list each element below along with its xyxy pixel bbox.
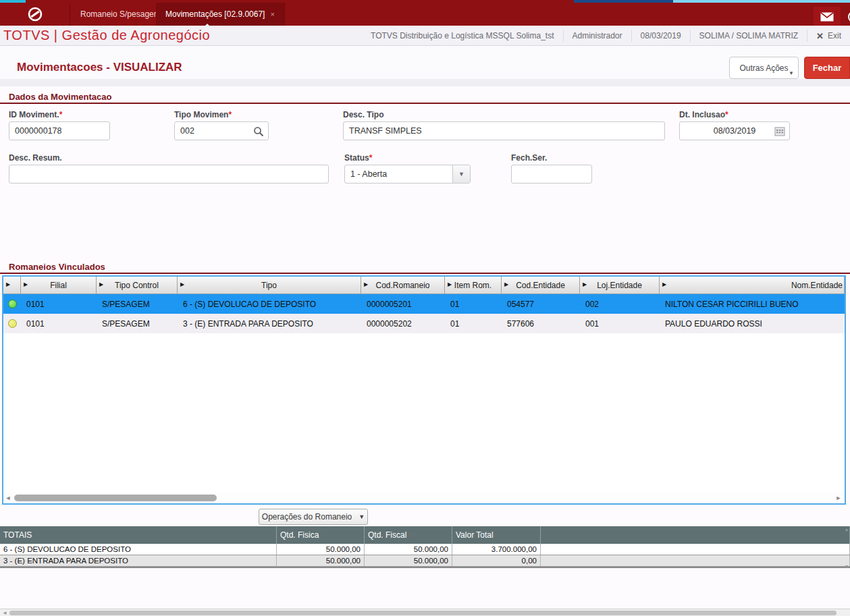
status-dropdown-button[interactable]: ▼ xyxy=(452,165,470,183)
operations-romaneio-button[interactable]: Operações do Romaneio ▼ xyxy=(259,509,368,525)
dt-inclusao-label: Dt. Inclusao* xyxy=(679,110,728,119)
totals-row: 6 - (S) DEVOLUCAO DE DEPOSITO 50.000,00 … xyxy=(0,544,850,555)
grid-header-tipo[interactable]: ▶Tipo xyxy=(178,277,361,294)
totals-vertical-scrollbar[interactable]: ▲ ▼ xyxy=(843,527,850,569)
table-row[interactable]: 0101 S/PESAGEM 6 - (S) DEVOLUCAO DE DEPO… xyxy=(3,294,845,314)
grid-header-cod-entidade[interactable]: ▶Cod.Entidade xyxy=(502,277,580,294)
cell-item-rom: 01 xyxy=(445,294,502,314)
grid-header-nom-entidade[interactable]: ▶Nom.Entidade xyxy=(660,277,845,294)
calendar-icon[interactable] xyxy=(774,126,785,137)
romaneios-grid: ▶ ▶Filial ▶Tipo Control ▶Tipo ▶Cod.Roman… xyxy=(2,275,846,505)
totals-header-qtd-fiscal: Qtd. Fiscal xyxy=(365,526,452,544)
chevron-down-icon: ▼ xyxy=(358,513,365,520)
date-label: 08/03/2019 xyxy=(631,30,690,42)
scroll-up-icon[interactable]: ▲ xyxy=(845,527,849,532)
page-horizontal-scrollbar[interactable]: ◄ xyxy=(0,609,850,616)
cell-loj-entidade: 002 xyxy=(580,294,660,314)
search-icon[interactable] xyxy=(253,126,264,137)
grid-header-filial[interactable]: ▶Filial xyxy=(21,277,97,294)
status-label: Status* xyxy=(344,153,372,163)
scroll-down-icon[interactable]: ▼ xyxy=(845,564,849,569)
grid-header-cell[interactable]: ▶ xyxy=(3,277,21,294)
close-button-label: Fechar xyxy=(813,63,842,73)
cell-tipo-control: S/PESAGEM xyxy=(97,294,178,314)
desc-resum-field[interactable] xyxy=(9,165,329,184)
id-moviment-field[interactable]: 0000000178 xyxy=(9,121,110,140)
close-button[interactable]: Fechar xyxy=(804,57,850,79)
exit-label: Exit xyxy=(828,31,841,40)
totals-cell-qtd-fiscal: 50.000,00 xyxy=(365,555,452,566)
exit-x-icon: ✕ xyxy=(816,31,824,41)
cell-tipo-control: S/PESAGEM xyxy=(97,314,178,333)
header-info-bar: TOTVS Distribuição e Logística MSSQL Sol… xyxy=(362,26,850,46)
scroll-left-icon[interactable]: ◄ xyxy=(0,610,9,616)
app-logo[interactable] xyxy=(0,3,70,26)
totals-table: TOTAIS Qtd. Fisica Qtd. Fiscal Valor Tot… xyxy=(0,526,850,568)
sort-arrow-icon: ▶ xyxy=(364,281,368,287)
tab-movimentacoes[interactable]: Movimentações [02.9.0067] × xyxy=(156,3,285,26)
scroll-right-icon[interactable]: ► xyxy=(834,495,843,501)
cell-item-rom: 01 xyxy=(445,314,502,333)
desc-tipo-label: Desc. Tipo xyxy=(343,110,383,119)
scroll-left-icon[interactable]: ◄ xyxy=(3,495,13,501)
grid-horizontal-scrollbar[interactable]: ◄ ► xyxy=(3,493,845,503)
fech-ser-label: Fech.Ser. xyxy=(511,153,547,163)
desc-resum-label: Desc. Resum. xyxy=(9,153,62,163)
environment-label: TOTVS Distribuição e Logística MSSQL Sol… xyxy=(362,30,562,42)
totals-cell-qtd-fisica: 50.000,00 xyxy=(277,555,365,566)
section-title-romaneios: Romaneios Vinculados xyxy=(9,262,105,272)
exit-button[interactable]: ✕ Exit xyxy=(807,30,850,42)
status-dot-green-icon xyxy=(8,300,17,308)
totals-cell-empty xyxy=(541,544,850,555)
cell-tipo: 6 - (S) DEVOLUCAO DE DEPOSITO xyxy=(178,294,361,314)
dt-inclusao-field[interactable]: 08/03/2019 xyxy=(679,121,790,140)
mail-icon xyxy=(820,12,834,22)
totals-cell-valor-total: 3.700.000,00 xyxy=(452,544,541,555)
totals-bottom-border xyxy=(0,567,850,568)
tipo-movimen-field[interactable]: 002 xyxy=(174,121,269,140)
company-label: SOLIMA / SOLIMA MATRIZ xyxy=(690,30,807,42)
grid-header-item-rom[interactable]: ▶Item Rom. xyxy=(445,277,502,294)
totals-row: 3 - (E) ENTRADA PARA DEPOSITO 50.000,00 … xyxy=(0,555,850,567)
other-actions-button[interactable]: Outras Ações ▼ xyxy=(729,57,799,79)
id-moviment-label: ID Moviment.* xyxy=(9,110,62,119)
sort-arrow-icon: ▶ xyxy=(662,281,666,287)
row-status-cell xyxy=(3,314,21,333)
page-title: Movimentacoes - VISUALIZAR xyxy=(17,61,182,74)
title-divider-band xyxy=(0,79,850,86)
tab-label: Movimentações [02.9.0067] xyxy=(165,9,265,19)
cell-cod-entidade: 577606 xyxy=(502,314,580,333)
totals-header-qtd-fisica: Qtd. Fisica xyxy=(277,526,365,544)
app-header: TOTVS | Gestão de Agronegócio TOTVS Dist… xyxy=(0,26,850,46)
grid-header-tipo-control[interactable]: ▶Tipo Control xyxy=(97,277,178,294)
sort-arrow-icon: ▶ xyxy=(448,281,452,287)
table-row[interactable]: 0101 S/PESAGEM 3 - (E) ENTRADA PARA DEPO… xyxy=(3,314,845,333)
grid-header-row: ▶ ▶Filial ▶Tipo Control ▶Tipo ▶Cod.Roman… xyxy=(3,277,845,294)
cell-tipo: 3 - (E) ENTRADA PARA DEPOSITO xyxy=(178,314,361,333)
sort-arrow-icon: ▶ xyxy=(504,281,508,287)
fech-ser-field[interactable] xyxy=(511,165,592,184)
other-actions-label: Outras Ações xyxy=(739,63,788,73)
mail-button[interactable] xyxy=(814,7,841,27)
scrollbar-thumb[interactable] xyxy=(14,495,217,501)
brand-title: TOTVS | Gestão de Agronegócio xyxy=(0,28,210,43)
grid-header-loj-entidade[interactable]: ▶Loj.Entidade xyxy=(580,277,660,294)
cell-cod-entidade: 054577 xyxy=(502,294,580,314)
operations-romaneio-label: Operações do Romaneio xyxy=(262,512,352,522)
totals-cell-label: 6 - (S) DEVOLUCAO DE DEPOSITO xyxy=(0,544,277,555)
totals-cell-valor-total: 0,00 xyxy=(452,555,541,566)
desc-tipo-field[interactable]: TRANSF SIMPLES xyxy=(343,121,665,140)
totals-cell-qtd-fiscal: 50.000,00 xyxy=(365,544,452,555)
user-label: Administrador xyxy=(563,30,631,42)
cell-filial: 0101 xyxy=(21,294,97,314)
scrollbar-thumb[interactable] xyxy=(9,611,836,615)
tab-close-icon[interactable]: × xyxy=(270,10,274,18)
totals-cell-label: 3 - (E) ENTRADA PARA DEPOSITO xyxy=(0,555,277,566)
cell-cod-romaneio: 0000005202 xyxy=(361,314,445,333)
section-underline xyxy=(0,273,850,274)
sort-arrow-icon: ▶ xyxy=(583,281,587,287)
grid-header-cod-romaneio[interactable]: ▶Cod.Romaneio xyxy=(361,277,445,294)
totals-header-row: TOTAIS Qtd. Fisica Qtd. Fiscal Valor Tot… xyxy=(0,526,850,544)
status-select[interactable]: 1 - Aberta ▼ xyxy=(344,165,471,184)
help-button[interactable]: ? xyxy=(844,7,850,27)
